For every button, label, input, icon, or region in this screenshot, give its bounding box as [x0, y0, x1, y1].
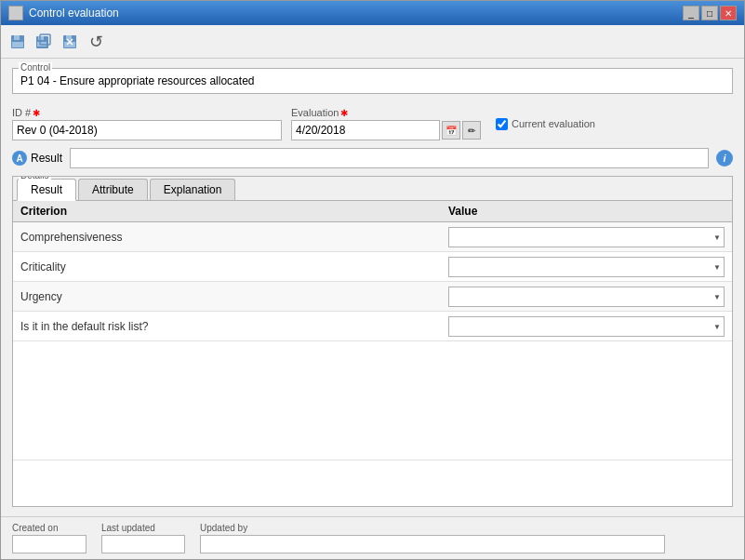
id-label-row: ID # ✱ [12, 107, 282, 118]
last-updated-label: Last updated [101, 523, 185, 533]
tab-explanation[interactable]: Explanation [150, 179, 236, 200]
current-eval-group: Current evaluation [496, 118, 595, 130]
id-input[interactable] [12, 120, 282, 140]
info-button[interactable]: i [716, 150, 733, 167]
last-updated-field: Last updated [101, 523, 185, 553]
svg-rect-4 [38, 36, 44, 40]
value-cell [448, 287, 725, 307]
save-copy-icon [35, 33, 52, 50]
table-row: Is it in the default risk list? [13, 312, 732, 341]
svg-rect-1 [14, 35, 20, 40]
id-required-star: ✱ [33, 108, 40, 118]
comprehensiveness-select[interactable] [448, 227, 725, 247]
control-label: Control [19, 62, 52, 73]
criticality-select-wrapper [448, 257, 725, 277]
criterion-cell: Is it in the default risk list? [20, 320, 448, 333]
updated-by-input[interactable] [200, 535, 665, 553]
result-row: A Result i [12, 148, 733, 168]
id-eval-row: ID # ✱ Evaluation ✱ 📅 ✏ [12, 107, 733, 140]
title-buttons: _ □ ✕ [683, 6, 737, 20]
footer: Created on Last updated Updated by [1, 516, 744, 559]
svg-rect-2 [12, 42, 23, 47]
window-icon [8, 6, 23, 20]
tab-attribute[interactable]: Attribute [78, 179, 148, 200]
calendar-button[interactable]: 📅 [442, 121, 460, 140]
table-row: Comprehensiveness [13, 222, 732, 252]
eval-label: Evaluation [291, 107, 339, 118]
toolbar: ↺ [1, 25, 744, 59]
urgency-select[interactable] [448, 287, 725, 307]
updated-by-label: Updated by [200, 523, 665, 533]
eval-label-row: Evaluation ✱ [291, 107, 481, 118]
refresh-button[interactable]: ↺ [85, 31, 107, 53]
save-close-icon [61, 33, 78, 50]
value-cell [448, 257, 725, 277]
eval-input[interactable] [291, 120, 440, 140]
tabs-container: Result Attribute Explanation [13, 177, 732, 201]
tab-content: Criterion Value Comprehensiveness [13, 201, 732, 506]
criticality-select[interactable] [448, 257, 725, 277]
result-text: Result [31, 152, 62, 165]
control-field-group: Control P1 04 - Ensure appropriate resou… [12, 68, 733, 94]
last-updated-input[interactable] [101, 535, 185, 553]
tab-result[interactable]: Result [17, 179, 76, 201]
details-label: Details [19, 176, 51, 180]
created-on-label: Created on [12, 523, 86, 533]
criterion-header: Criterion [20, 205, 448, 218]
maximize-button[interactable]: □ [701, 6, 718, 20]
current-eval-checkbox[interactable] [496, 118, 508, 130]
current-eval-label: Current evaluation [512, 118, 595, 129]
criterion-cell: Criticality [20, 260, 448, 273]
save-close-button[interactable] [59, 31, 81, 53]
table-body: Comprehensiveness Critic [13, 222, 732, 460]
criterion-cell: Comprehensiveness [20, 231, 448, 244]
result-input[interactable] [70, 148, 709, 168]
value-header: Value [448, 205, 725, 218]
edit-button[interactable]: ✏ [462, 121, 481, 140]
result-label: A Result [12, 151, 62, 166]
updated-by-field: Updated by [200, 523, 665, 553]
control-value: P1 04 - Ensure appropriate resources all… [20, 73, 725, 87]
title-bar-left: Control evaluation [8, 6, 119, 20]
eval-group: Evaluation ✱ 📅 ✏ [291, 107, 481, 140]
minimize-button[interactable]: _ [683, 6, 699, 20]
window-title: Control evaluation [29, 7, 119, 20]
default-risk-select-wrapper [448, 316, 725, 337]
value-cell [448, 227, 725, 247]
comprehensiveness-select-wrapper [448, 227, 725, 247]
save-copy-button[interactable] [33, 31, 55, 53]
created-on-input[interactable] [12, 535, 86, 553]
content-area: Control P1 04 - Ensure appropriate resou… [1, 59, 744, 516]
main-window: Control evaluation _ □ ✕ [0, 0, 745, 560]
eval-required-star: ✱ [340, 108, 348, 118]
details-wrapper: Details Result Attribute Explanation Cri… [12, 176, 733, 507]
details-group: Details Result Attribute Explanation Cri… [12, 176, 733, 507]
created-on-field: Created on [12, 523, 86, 553]
result-icon: A [12, 151, 27, 166]
id-label: ID # [12, 107, 31, 118]
id-group: ID # ✱ [12, 107, 282, 140]
table-row: Criticality [13, 252, 732, 282]
close-button[interactable]: ✕ [720, 6, 737, 20]
value-cell [448, 316, 725, 337]
default-risk-select[interactable] [448, 316, 725, 337]
criterion-cell: Urgency [20, 290, 448, 303]
urgency-select-wrapper [448, 287, 725, 307]
table-row: Urgency [13, 282, 732, 312]
save-icon [9, 33, 26, 50]
save-button[interactable] [7, 31, 29, 53]
notes-area [13, 460, 732, 506]
table-header: Criterion Value [13, 201, 732, 222]
title-bar: Control evaluation _ □ ✕ [1, 1, 744, 25]
